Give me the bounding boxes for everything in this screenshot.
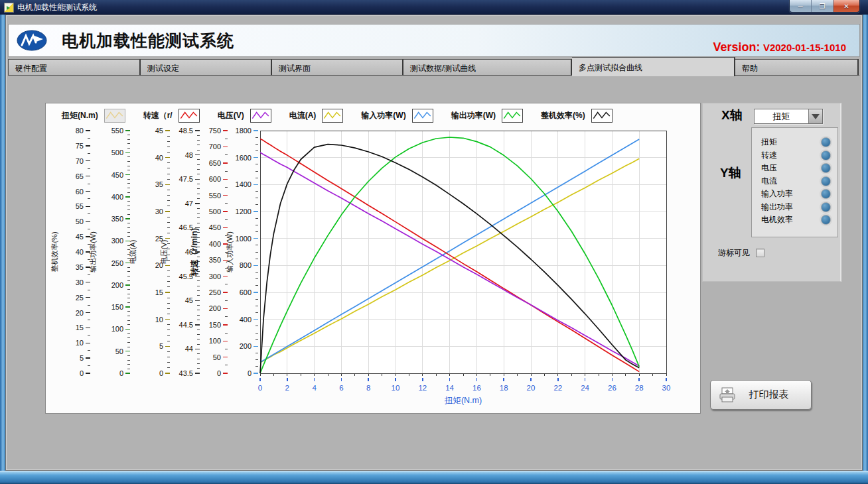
printer-icon bbox=[719, 387, 736, 404]
legend-item: 整机效率(%) bbox=[541, 109, 613, 123]
tab-hardware-config[interactable]: 硬件配置 bbox=[8, 59, 141, 76]
svg-text:300: 300 bbox=[111, 237, 123, 245]
svg-text:0: 0 bbox=[119, 369, 123, 377]
tab-test-interface[interactable]: 测试界面 bbox=[272, 59, 403, 76]
svg-text:20: 20 bbox=[527, 384, 536, 392]
svg-text:44: 44 bbox=[185, 345, 193, 353]
legend-label: 整机效率(%) bbox=[541, 110, 585, 121]
y-axis-item-label: 输入功率 bbox=[761, 188, 821, 200]
y-axis-list-row: 扭矩 bbox=[752, 136, 837, 149]
y-axis-item-label: 电压 bbox=[761, 162, 821, 174]
tab-test-settings[interactable]: 测试设定 bbox=[141, 59, 272, 76]
svg-text:5: 5 bbox=[80, 354, 84, 362]
y-axis-enable-led[interactable] bbox=[821, 137, 831, 147]
y-axis-item-label: 输出功率 bbox=[761, 202, 821, 213]
svg-text:450: 450 bbox=[209, 223, 221, 231]
tab-help[interactable]: 帮助 bbox=[735, 59, 859, 76]
svg-text:250: 250 bbox=[111, 259, 123, 267]
svg-text:45: 45 bbox=[185, 296, 193, 304]
svg-text:50: 50 bbox=[76, 217, 84, 225]
y-axis-enable-led[interactable] bbox=[821, 215, 831, 225]
svg-text:0: 0 bbox=[248, 369, 252, 377]
y-axis-list-row: 电压 bbox=[752, 162, 837, 175]
tab-test-data-curves[interactable]: 测试数据/测试曲线 bbox=[403, 59, 572, 76]
svg-text:350: 350 bbox=[111, 215, 123, 223]
y-axis-list: 扭矩转速电压电流输入功率输出功率电机效率 bbox=[751, 127, 838, 237]
svg-text:550: 550 bbox=[111, 127, 123, 135]
svg-text:400: 400 bbox=[240, 316, 252, 324]
svg-text:1200: 1200 bbox=[236, 208, 252, 215]
tab-strip: 硬件配置 测试设定 测试界面 测试数据/测试曲线 多点测试拟合曲线 帮助 bbox=[8, 57, 860, 76]
x-axis-selector-label: X轴 bbox=[721, 107, 743, 124]
svg-text:100: 100 bbox=[209, 337, 221, 345]
y-axis-enable-led[interactable] bbox=[821, 151, 831, 160]
legend-swatch-icon[interactable] bbox=[322, 109, 343, 123]
y-axis-enable-led[interactable] bbox=[821, 163, 831, 173]
window-border-bottom bbox=[0, 471, 868, 484]
legend-item: 转速（r/ bbox=[143, 109, 200, 123]
x-axis-ring-selector[interactable]: 扭矩 bbox=[754, 109, 823, 124]
svg-text:200: 200 bbox=[111, 281, 123, 289]
svg-text:24: 24 bbox=[581, 384, 589, 392]
svg-text:35: 35 bbox=[155, 180, 163, 188]
legend-swatch-icon[interactable] bbox=[104, 109, 125, 123]
svg-text:350: 350 bbox=[209, 256, 221, 264]
tab-multipoint-fit-curve[interactable]: 多点测试拟合曲线 bbox=[572, 57, 735, 76]
svg-text:65: 65 bbox=[76, 172, 84, 180]
minimize-button[interactable]: ─ bbox=[790, 0, 812, 12]
legend-swatch-icon[interactable] bbox=[250, 109, 271, 123]
y-axis-enable-led[interactable] bbox=[821, 189, 831, 199]
svg-text:1400: 1400 bbox=[236, 180, 252, 188]
svg-text:70: 70 bbox=[76, 157, 84, 165]
y-axis-list-row: 输出功率 bbox=[752, 201, 837, 214]
legend-swatch-icon[interactable] bbox=[502, 109, 523, 123]
company-logo-icon bbox=[17, 30, 47, 51]
svg-text:100: 100 bbox=[111, 325, 123, 333]
svg-text:扭矩(N.m): 扭矩(N.m) bbox=[444, 396, 482, 405]
svg-text:800: 800 bbox=[240, 261, 252, 269]
svg-text:40: 40 bbox=[76, 248, 84, 256]
legend-item: 输入功率(W) bbox=[361, 109, 433, 123]
legend-label: 转速（r/ bbox=[143, 110, 173, 121]
svg-text:60: 60 bbox=[76, 188, 84, 196]
maximize-button[interactable]: ❐ bbox=[812, 0, 833, 12]
svg-text:45: 45 bbox=[76, 233, 84, 241]
cursor-visible-checkbox[interactable] bbox=[756, 249, 764, 257]
svg-text:50: 50 bbox=[115, 347, 123, 355]
svg-text:500: 500 bbox=[209, 208, 221, 215]
svg-text:250: 250 bbox=[209, 288, 221, 296]
svg-text:35: 35 bbox=[76, 263, 84, 271]
svg-text:750: 750 bbox=[209, 127, 221, 135]
y-axis-item-label: 转速 bbox=[761, 150, 821, 161]
version-text: Version: V2020-01-15-1010 bbox=[713, 40, 846, 54]
y-axis-enable-led[interactable] bbox=[821, 176, 831, 186]
svg-text:40: 40 bbox=[155, 154, 163, 162]
svg-text:48: 48 bbox=[185, 151, 193, 159]
window-border-right bbox=[863, 15, 868, 471]
legend-label: 输出功率(W) bbox=[451, 110, 496, 121]
svg-text:300: 300 bbox=[209, 272, 221, 280]
application-window: 电机加载性能测试系统 ─ ❐ ✕ 电机加载性能测试系统 Version: V20… bbox=[0, 0, 868, 484]
close-button[interactable]: ✕ bbox=[833, 0, 859, 12]
app-icon bbox=[4, 3, 14, 13]
chart-legend: 扭矩(N.m)转速（r/电压(V)电流(A)输入功率(W)输出功率(W)整机效率… bbox=[62, 107, 613, 123]
svg-text:150: 150 bbox=[111, 303, 123, 311]
legend-swatch-icon[interactable] bbox=[412, 109, 433, 123]
print-report-button[interactable]: 打印报表 bbox=[710, 380, 812, 410]
ring-dropdown-button[interactable] bbox=[808, 109, 822, 123]
svg-text:400: 400 bbox=[111, 193, 123, 201]
legend-swatch-icon[interactable] bbox=[591, 109, 613, 123]
y-axis-list-row: 电机效率 bbox=[752, 213, 837, 227]
svg-text:6: 6 bbox=[339, 384, 343, 392]
y-axis-item-label: 电机效率 bbox=[761, 214, 821, 225]
y-axis-item-label: 电流 bbox=[761, 176, 821, 187]
svg-text:输出功率(W): 输出功率(W) bbox=[89, 231, 97, 272]
legend-swatch-icon[interactable] bbox=[179, 109, 200, 123]
y-axis-list-row: 输入功率 bbox=[752, 188, 837, 201]
y-axis-enable-led[interactable] bbox=[821, 202, 831, 212]
svg-text:18: 18 bbox=[500, 384, 508, 392]
svg-text:0: 0 bbox=[258, 384, 262, 392]
svg-text:2: 2 bbox=[285, 384, 289, 392]
svg-text:150: 150 bbox=[209, 321, 221, 329]
svg-text:400: 400 bbox=[209, 240, 221, 248]
